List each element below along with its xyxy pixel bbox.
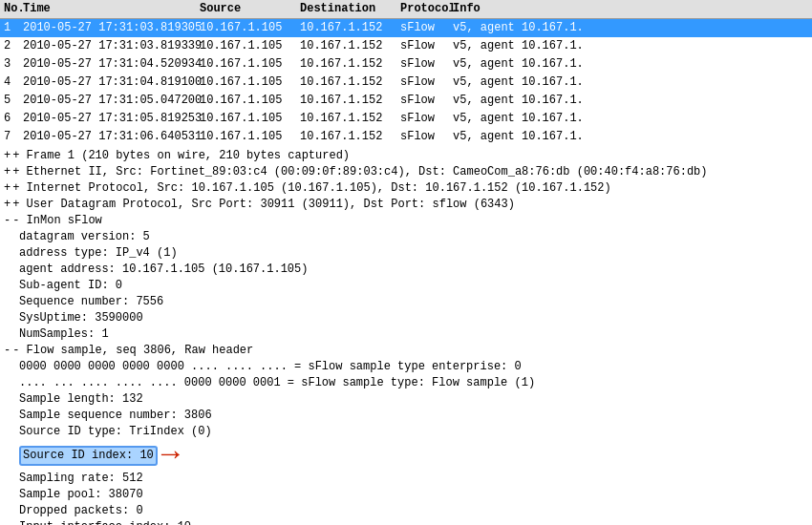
flow-sample-fields-container: 0000 0000 0000 0000 0000 .... .... .... … <box>4 359 808 525</box>
packet-list-header: No. Time Source Destination Protocol Inf… <box>0 0 812 18</box>
pkt-time: 2010-05-27 17:31:03.819339 <box>23 38 200 54</box>
pkt-time: 2010-05-27 17:31:04.819100 <box>23 74 200 91</box>
flow-sample-field: Source ID index: 10→ <box>4 440 808 471</box>
col-header-src: Source <box>200 1 300 17</box>
pkt-info: v5, agent 10.167.1. <box>453 38 808 54</box>
flow-sample-field: Sample sequence number: 3806 <box>4 408 808 424</box>
col-header-dst: Destination <box>300 1 400 17</box>
pkt-src: 10.167.1.105 <box>200 129 300 145</box>
pkt-src: 10.167.1.105 <box>200 56 300 73</box>
pkt-info: v5, agent 10.167.1. <box>453 20 808 36</box>
pkt-num: 1 <box>4 20 23 36</box>
pkt-src: 10.167.1.105 <box>200 111 300 127</box>
pkt-dst: 10.167.1.152 <box>300 20 400 36</box>
flow-sample-field: .... ... .... .... .... 0000 0000 0001 =… <box>4 375 808 391</box>
table-row[interactable]: 4 2010-05-27 17:31:04.819100 10.167.1.10… <box>0 74 812 92</box>
flow-sample-field: Sampling rate: 512 <box>4 471 808 487</box>
ethernet-expand-icon[interactable]: + <box>4 164 11 180</box>
udp-expand-icon[interactable]: + <box>4 197 11 213</box>
pkt-dst: 10.167.1.152 <box>300 129 400 145</box>
inmon-field: NumSamples: 1 <box>4 326 808 343</box>
table-row[interactable]: 5 2010-05-27 17:31:05.047200 10.167.1.10… <box>0 92 812 110</box>
pkt-info: v5, agent 10.167.1. <box>453 111 808 127</box>
inmon-fields-container: datagram version: 5address type: IP_v4 (… <box>4 229 808 343</box>
ip-expand-icon[interactable]: + <box>4 180 11 197</box>
pkt-time: 2010-05-27 17:31:03.819305 <box>23 20 200 36</box>
pkt-time: 2010-05-27 17:31:05.819253 <box>23 111 200 127</box>
pkt-time: 2010-05-27 17:31:05.047200 <box>23 93 200 109</box>
pkt-proto: sFlow <box>400 129 453 145</box>
pkt-src: 10.167.1.105 <box>200 38 300 54</box>
col-header-num: No. <box>4 1 23 17</box>
pkt-proto: sFlow <box>400 20 453 36</box>
pkt-src: 10.167.1.105 <box>200 20 300 36</box>
annotation-arrow: → <box>161 440 180 471</box>
inmon-field: Sub-agent ID: 0 <box>4 278 808 294</box>
flow-sample-field: Sample length: 132 <box>4 391 808 408</box>
pkt-proto: sFlow <box>400 111 453 127</box>
pkt-dst: 10.167.1.152 <box>300 56 400 73</box>
pkt-src: 10.167.1.105 <box>200 74 300 91</box>
flow-sample-expand-icon[interactable]: - <box>4 343 11 359</box>
frame-text: + Frame 1 (210 bytes on wire, 210 bytes … <box>12 148 350 164</box>
inmon-field: datagram version: 5 <box>4 229 808 245</box>
pkt-info: v5, agent 10.167.1. <box>453 129 808 145</box>
frame-line: + + Frame 1 (210 bytes on wire, 210 byte… <box>4 148 808 164</box>
inmon-field: agent address: 10.167.1.105 (10.167.1.10… <box>4 262 808 278</box>
inmon-field: address type: IP_v4 (1) <box>4 245 808 262</box>
table-row[interactable]: 1 2010-05-27 17:31:03.819305 10.167.1.10… <box>0 19 812 37</box>
ethernet-text: + Ethernet II, Src: Fortinet_89:03:c4 (0… <box>12 164 707 180</box>
frame-expand-icon[interactable]: + <box>4 148 11 164</box>
pkt-num: 4 <box>4 74 23 91</box>
pkt-info: v5, agent 10.167.1. <box>453 56 808 73</box>
udp-line: + + User Datagram Protocol, Src Port: 30… <box>4 197 808 213</box>
packet-list: No. Time Source Destination Protocol Inf… <box>0 0 812 19</box>
pkt-dst: 10.167.1.152 <box>300 111 400 127</box>
table-row[interactable]: 2 2010-05-27 17:31:03.819339 10.167.1.10… <box>0 37 812 55</box>
pkt-src: 10.167.1.105 <box>200 93 300 109</box>
flow-sample-label-line: - - Flow sample, seq 3806, Raw header <box>4 343 808 359</box>
col-header-proto: Protocol <box>400 1 453 17</box>
inmon-label-line: - - InMon sFlow <box>4 213 808 229</box>
source-id-index-highlighted: Source ID index: 10 <box>19 446 158 466</box>
pkt-num: 7 <box>4 129 23 145</box>
pkt-num: 2 <box>4 38 23 54</box>
pkt-num: 3 <box>4 56 23 73</box>
pkt-proto: sFlow <box>400 93 453 109</box>
pkt-dst: 10.167.1.152 <box>300 93 400 109</box>
udp-text: + User Datagram Protocol, Src Port: 3091… <box>12 197 515 213</box>
pkt-proto: sFlow <box>400 38 453 54</box>
inmon-field: Sequence number: 7556 <box>4 294 808 310</box>
inmon-label-text: - InMon sFlow <box>12 213 102 229</box>
flow-sample-field: Source ID type: TriIndex (0) <box>4 424 808 440</box>
col-header-info: Info <box>453 1 808 17</box>
pkt-dst: 10.167.1.152 <box>300 38 400 54</box>
flow-sample-field: Dropped packets: 0 <box>4 503 808 519</box>
pkt-num: 6 <box>4 111 23 127</box>
ethernet-line: + + Ethernet II, Src: Fortinet_89:03:c4 … <box>4 164 808 180</box>
pkt-time: 2010-05-27 17:31:04.520934 <box>23 56 200 73</box>
flow-sample-label-text: - Flow sample, seq 3806, Raw header <box>12 343 253 359</box>
table-row[interactable]: 6 2010-05-27 17:31:05.819253 10.167.1.10… <box>0 110 812 128</box>
pkt-time: 2010-05-27 17:31:06.640531 <box>23 129 200 145</box>
inmon-field: SysUptime: 3590000 <box>4 310 808 326</box>
packet-rows-container: 1 2010-05-27 17:31:03.819305 10.167.1.10… <box>0 19 812 146</box>
packet-detail: + + Frame 1 (210 bytes on wire, 210 byte… <box>0 146 812 525</box>
pkt-info: v5, agent 10.167.1. <box>453 93 808 109</box>
table-row[interactable]: 3 2010-05-27 17:31:04.520934 10.167.1.10… <box>0 55 812 74</box>
col-header-time: Time <box>23 1 200 17</box>
inmon-expand-icon[interactable]: - <box>4 213 11 229</box>
flow-sample-field: 0000 0000 0000 0000 0000 .... .... .... … <box>4 359 808 375</box>
ip-text: + Internet Protocol, Src: 10.167.1.105 (… <box>12 180 611 197</box>
table-row[interactable]: 7 2010-05-27 17:31:06.640531 10.167.1.10… <box>0 128 812 146</box>
pkt-proto: sFlow <box>400 74 453 91</box>
flow-sample-field: Input interface index: 10 <box>4 519 808 525</box>
pkt-num: 5 <box>4 93 23 109</box>
ip-line: + + Internet Protocol, Src: 10.167.1.105… <box>4 180 808 197</box>
pkt-info: v5, agent 10.167.1. <box>453 74 808 91</box>
flow-sample-field: Sample pool: 38070 <box>4 487 808 503</box>
pkt-dst: 10.167.1.152 <box>300 74 400 91</box>
pkt-proto: sFlow <box>400 56 453 73</box>
